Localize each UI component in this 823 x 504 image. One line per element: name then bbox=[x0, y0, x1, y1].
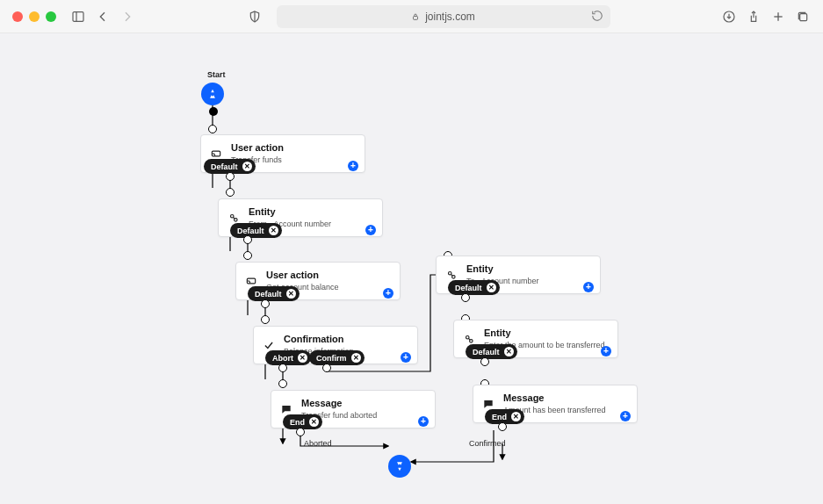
add-button[interactable]: + bbox=[383, 288, 393, 299]
url-text: jointjs.com bbox=[425, 11, 475, 23]
tag-default[interactable]: Default✕ bbox=[448, 280, 500, 295]
tag-default[interactable]: Default✕ bbox=[230, 223, 282, 238]
tag-remove-icon[interactable]: ✕ bbox=[351, 353, 361, 363]
node-title: Entity bbox=[249, 206, 331, 218]
port-out-confirm[interactable] bbox=[322, 364, 331, 372]
close-window-button[interactable] bbox=[12, 11, 23, 22]
window-controls[interactable] bbox=[12, 11, 56, 22]
tag-remove-icon[interactable]: ✕ bbox=[487, 283, 496, 292]
minimize-window-button[interactable] bbox=[29, 11, 40, 22]
tag-remove-icon[interactable]: ✕ bbox=[242, 162, 252, 171]
port-in[interactable] bbox=[208, 125, 217, 133]
svg-rect-3 bbox=[414, 16, 418, 19]
svg-line-37 bbox=[468, 338, 470, 340]
back-button[interactable] bbox=[95, 9, 111, 25]
add-button[interactable]: + bbox=[401, 352, 411, 363]
port-out[interactable] bbox=[498, 422, 507, 431]
node-title: User action bbox=[266, 270, 339, 281]
node-title: Message bbox=[301, 398, 377, 409]
connectors bbox=[0, 33, 823, 504]
tag-abort[interactable]: Abort✕ bbox=[265, 350, 311, 365]
node-title: Confirmation bbox=[284, 334, 354, 345]
tag-default[interactable]: Default✕ bbox=[466, 344, 517, 359]
node-title: Message bbox=[503, 392, 606, 404]
new-tab-icon[interactable] bbox=[770, 9, 786, 25]
port-out[interactable] bbox=[209, 107, 218, 116]
add-button[interactable]: + bbox=[365, 225, 376, 235]
privacy-shield-icon[interactable] bbox=[247, 9, 263, 25]
start-node[interactable] bbox=[201, 83, 224, 105]
svg-line-30 bbox=[233, 217, 235, 219]
tag-remove-icon[interactable]: ✕ bbox=[269, 226, 278, 235]
svg-line-34 bbox=[451, 274, 452, 276]
port-in[interactable] bbox=[278, 379, 287, 388]
add-button[interactable]: + bbox=[620, 411, 631, 421]
tag-remove-icon[interactable]: ✕ bbox=[286, 289, 296, 299]
port-out[interactable] bbox=[480, 357, 489, 366]
svg-rect-9 bbox=[800, 13, 807, 20]
maximize-window-button[interactable] bbox=[46, 11, 56, 22]
address-bar[interactable]: jointjs.com bbox=[277, 5, 610, 28]
sidebar-icon[interactable] bbox=[70, 9, 86, 25]
port-out[interactable] bbox=[261, 299, 270, 308]
tag-remove-icon[interactable]: ✕ bbox=[504, 347, 514, 356]
reload-button[interactable] bbox=[591, 10, 603, 25]
tag-remove-icon[interactable]: ✕ bbox=[511, 412, 521, 421]
port-in[interactable] bbox=[243, 251, 252, 260]
browser-toolbar: jointjs.com bbox=[0, 0, 823, 33]
chatbot-canvas[interactable]: Start User actionTransfer funds Default✕… bbox=[0, 33, 823, 504]
port-out[interactable] bbox=[226, 172, 235, 181]
tag-remove-icon[interactable]: ✕ bbox=[309, 417, 319, 427]
tag-remove-icon[interactable]: ✕ bbox=[298, 353, 307, 363]
svg-rect-0 bbox=[73, 11, 83, 21]
port-in[interactable] bbox=[226, 188, 235, 197]
add-button[interactable]: + bbox=[348, 161, 358, 171]
share-icon[interactable] bbox=[746, 9, 762, 25]
edge-label-aborted: Aborted bbox=[304, 439, 332, 448]
port-in[interactable] bbox=[261, 315, 270, 324]
add-button[interactable]: + bbox=[418, 416, 429, 427]
tag-confirm[interactable]: Confirm✕ bbox=[309, 350, 365, 365]
add-button[interactable]: + bbox=[601, 346, 611, 356]
lock-icon bbox=[411, 12, 420, 21]
tag-default[interactable]: Default✕ bbox=[248, 286, 300, 301]
port-out[interactable] bbox=[296, 428, 305, 436]
tabs-overview-icon[interactable] bbox=[795, 9, 811, 25]
tag-end[interactable]: End✕ bbox=[485, 409, 524, 424]
node-title: Entity bbox=[484, 328, 605, 339]
edge-label-confirmed: Confirmed bbox=[469, 439, 506, 448]
forward-button[interactable] bbox=[119, 9, 135, 25]
node-title: User action bbox=[231, 142, 284, 154]
tag-end[interactable]: End✕ bbox=[283, 414, 322, 429]
port-out[interactable] bbox=[461, 293, 470, 302]
start-label: Start bbox=[207, 70, 226, 79]
end-node[interactable] bbox=[388, 455, 411, 478]
node-title: Entity bbox=[466, 263, 539, 275]
downloads-icon[interactable] bbox=[721, 9, 737, 25]
port-out-abort[interactable] bbox=[278, 364, 287, 372]
port-out[interactable] bbox=[243, 235, 252, 244]
add-button[interactable]: + bbox=[583, 282, 594, 292]
